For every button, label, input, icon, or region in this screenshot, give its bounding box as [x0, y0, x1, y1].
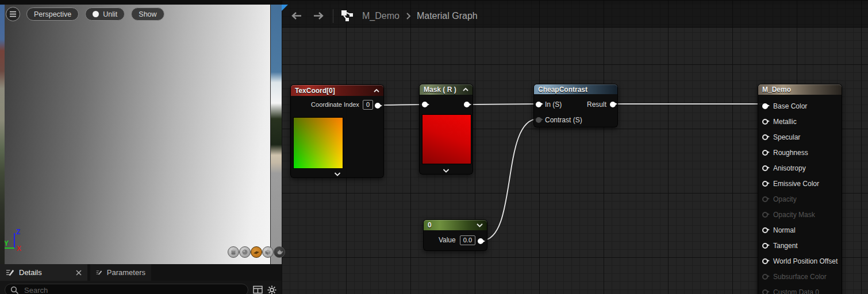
pin-label: World Position Offset	[773, 257, 838, 265]
mask-output-pin[interactable]	[464, 102, 470, 107]
breadcrumb-chevron-icon	[406, 12, 411, 20]
pin-label: Opacity	[773, 195, 797, 203]
material-graph-canvas[interactable]: M_Demo Material Graph Te	[282, 0, 868, 294]
material-output-pins: Base ColorMetallicSpecularRoughnessAniso…	[758, 95, 842, 294]
sphere-icon	[241, 249, 248, 256]
contrast-input-pin[interactable]	[536, 117, 541, 123]
constant-output-pin[interactable]	[478, 238, 483, 244]
chevron-down-icon	[443, 169, 450, 173]
pin-world-position-offset[interactable]	[762, 258, 768, 264]
collapse-button[interactable]	[463, 88, 468, 91]
cheapcontrast-node-title: CheapContrast	[538, 86, 587, 94]
value-input[interactable]: 0.0	[460, 235, 475, 245]
texcoord-output-pin[interactable]	[375, 103, 381, 109]
pin-label: Metallic	[773, 118, 797, 126]
pin-label: Tangent	[773, 242, 798, 250]
collapse-button[interactable]	[374, 89, 379, 92]
constant-node[interactable]: 0 Value 0.0	[423, 219, 487, 251]
details-panel: Details Parameters	[0, 264, 282, 294]
wire-constant-to-contrast[interactable]	[482, 119, 538, 241]
tab-details-label: Details	[19, 268, 42, 277]
coordinate-index-value[interactable]: 0	[363, 100, 373, 110]
cheapcontrast-node[interactable]: CheapContrast In (S) Result Contrast (S)	[533, 84, 618, 127]
tab-details[interactable]: Details	[0, 264, 87, 281]
back-arrow-button[interactable]	[291, 11, 302, 20]
graph-top-strip	[282, 0, 868, 5]
gizmo-z-label: Z	[16, 228, 20, 236]
search-input[interactable]	[23, 285, 243, 294]
chevron-up-icon	[463, 88, 468, 91]
forward-arrow-button[interactable]	[313, 11, 324, 20]
pin-label: Specular	[773, 133, 800, 141]
expand-preview-button[interactable]	[443, 169, 450, 173]
unlit-label: Unlit	[103, 10, 117, 18]
expand-preview-button[interactable]	[334, 172, 340, 176]
pin-emissive-color[interactable]	[762, 181, 768, 187]
preview-shape-sphere-button[interactable]	[239, 246, 251, 258]
show-label: Show	[139, 10, 156, 18]
material-preview-viewport[interactable]: Perspective Unlit Show Z Y X	[5, 5, 270, 264]
details-icon	[6, 268, 14, 277]
show-menu-button[interactable]: Show	[131, 7, 164, 21]
coordinate-index-label: Coordinate Index	[311, 101, 359, 108]
mask-input-pin[interactable]	[422, 102, 428, 107]
material-pin-row: Custom Data 0	[758, 284, 842, 294]
collapse-button[interactable]	[477, 223, 483, 227]
wire-texcoord-to-mask[interactable]	[378, 105, 424, 105]
tab-parameters[interactable]: Parameters	[90, 264, 151, 281]
value-label: Value	[439, 236, 456, 244]
preview-shape-custom-mesh-button[interactable]	[274, 246, 285, 258]
material-pin-row: Subsurface Color	[758, 269, 842, 284]
preview-shape-cube-button[interactable]	[262, 246, 274, 258]
background-scene-sliver-left	[0, 5, 5, 294]
view-mode-dot-icon	[93, 11, 99, 17]
pin-base-color[interactable]	[762, 103, 768, 109]
in-input-pin[interactable]	[536, 102, 541, 107]
pin-anisotropy[interactable]	[762, 165, 768, 171]
contrast-pin-label: Contrast (S)	[545, 116, 582, 124]
pin-tangent[interactable]	[762, 243, 768, 249]
gizmo-x-label: X	[17, 245, 21, 253]
pin-specular[interactable]	[762, 134, 768, 140]
preview-shape-buttons	[228, 246, 285, 258]
gear-icon[interactable]	[267, 285, 276, 294]
preview-shape-cylinder-button[interactable]	[228, 246, 239, 258]
perspective-label: Perspective	[34, 10, 71, 18]
active-panel-corner-marker	[282, 5, 288, 11]
tab-close-button[interactable]	[76, 268, 82, 278]
texcoord-node-header[interactable]: TexCoord[0]	[291, 85, 383, 96]
pin-roughness[interactable]	[762, 150, 768, 156]
pin-subsurface-color	[762, 274, 768, 280]
material-pin-row: Roughness	[758, 145, 842, 160]
tab-parameters-label: Parameters	[107, 268, 145, 277]
result-output-pin[interactable]	[610, 102, 616, 107]
chevron-down-icon	[334, 172, 340, 176]
column-view-icon[interactable]	[253, 285, 263, 294]
material-pin-row: World Position Offset	[758, 253, 842, 269]
cube-icon	[264, 249, 271, 256]
mask-node-header[interactable]: Mask ( R )	[420, 84, 473, 95]
pin-opacity	[762, 196, 768, 202]
viewport-menu-button[interactable]	[6, 7, 20, 21]
texcoord-preview-thumbnail	[293, 117, 343, 169]
in-pin-label: In (S)	[545, 100, 562, 109]
perspective-button[interactable]: Perspective	[26, 7, 79, 21]
pin-label: Subsurface Color	[773, 273, 827, 281]
constant-node-header[interactable]: 0	[424, 220, 487, 230]
chevron-up-icon	[374, 89, 379, 92]
pin-custom-data-0	[762, 289, 768, 294]
in-pin-row: In (S) Result	[534, 96, 617, 112]
search-box[interactable]	[5, 284, 248, 294]
preview-shape-plane-button[interactable]	[251, 246, 262, 258]
mask-node[interactable]: Mask ( R )	[419, 84, 473, 175]
unlit-view-mode-button[interactable]: Unlit	[85, 7, 125, 21]
pin-metallic[interactable]	[762, 119, 768, 125]
texcoord-node[interactable]: TexCoord[0] Coordinate Index 0	[290, 84, 384, 178]
wire-mask-to-contrast[interactable]	[467, 104, 539, 105]
breadcrumb-asset[interactable]: M_Demo	[362, 11, 400, 21]
material-output-node-header[interactable]: M_Demo	[758, 84, 842, 95]
cheapcontrast-node-header[interactable]: CheapContrast	[534, 84, 617, 94]
material-output-node[interactable]: M_Demo Base ColorMetallicSpecularRoughne…	[758, 84, 842, 294]
pin-normal[interactable]	[762, 227, 768, 233]
teapot-icon	[276, 249, 283, 256]
